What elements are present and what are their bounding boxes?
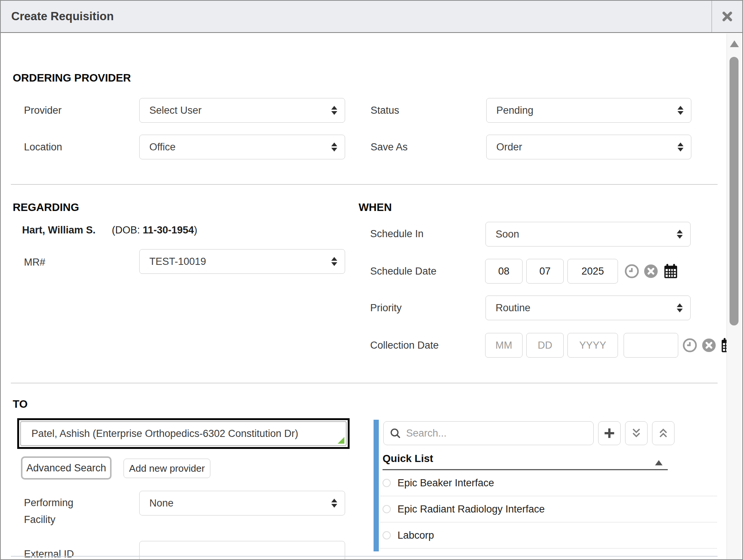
close-icon bbox=[721, 10, 734, 23]
quick-list-heading[interactable]: Quick List bbox=[383, 453, 433, 465]
double-chevron-up-icon bbox=[658, 427, 669, 439]
schedule-date-clear-icon[interactable] bbox=[644, 264, 658, 280]
expand-all-button[interactable] bbox=[625, 421, 648, 445]
schedule-in-select-value: Soon bbox=[496, 229, 519, 240]
create-requisition-dialog: Create Requisition ORDERING PROVIDER Pro… bbox=[0, 0, 743, 560]
to-heading: TO bbox=[13, 398, 28, 410]
priority-select-value: Routine bbox=[496, 302, 530, 314]
priority-select[interactable]: Routine bbox=[485, 296, 691, 320]
dialog-content: ORDERING PROVIDER Provider Select User S… bbox=[1, 34, 728, 560]
collection-year-input[interactable] bbox=[567, 333, 618, 358]
select-spinner-icon bbox=[677, 143, 683, 152]
radio-icon[interactable] bbox=[383, 505, 391, 513]
external-id-label: External ID bbox=[24, 548, 74, 560]
save-as-select[interactable]: Order bbox=[486, 135, 691, 159]
close-button[interactable] bbox=[712, 1, 742, 32]
when-heading: WHEN bbox=[359, 201, 392, 214]
quick-list-item-label: Labcorp bbox=[398, 530, 434, 541]
dob-value: 11-30-1954 bbox=[143, 224, 194, 236]
recipient-search-box bbox=[383, 421, 594, 445]
search-icon bbox=[390, 428, 401, 439]
collapse-all-button[interactable] bbox=[652, 421, 675, 445]
radio-icon[interactable] bbox=[383, 479, 391, 487]
status-select[interactable]: Pending bbox=[486, 98, 691, 123]
advanced-search-button[interactable]: Advanced Search bbox=[21, 456, 112, 480]
dialog-title: Create Requisition bbox=[11, 10, 114, 23]
select-spinner-icon bbox=[677, 230, 683, 239]
performing-facility-select-value: None bbox=[149, 498, 174, 509]
ordering-provider-heading: ORDERING PROVIDER bbox=[13, 72, 131, 84]
collection-date-label: Collection Date bbox=[370, 340, 439, 351]
quick-list-item[interactable]: Labcorp bbox=[380, 523, 717, 549]
collection-time-clock-icon[interactable] bbox=[683, 338, 697, 354]
plus-icon bbox=[603, 427, 616, 440]
select-spinner-icon bbox=[677, 303, 683, 312]
location-label: Location bbox=[24, 141, 62, 153]
quick-list-item-label: Epic Radiant Radiology Interface bbox=[398, 504, 545, 515]
select-spinner-icon bbox=[331, 499, 337, 508]
save-as-label: Save As bbox=[371, 141, 408, 153]
add-recipient-button[interactable] bbox=[598, 421, 621, 445]
quick-list-collapse-icon[interactable] bbox=[655, 460, 663, 465]
select-spinner-icon bbox=[331, 106, 337, 115]
location-select[interactable]: Office bbox=[139, 135, 345, 159]
section-divider bbox=[11, 184, 718, 185]
quick-list-item[interactable]: Epic Radiant Radiology Interface bbox=[380, 496, 717, 523]
recipient-panel-accent-bar bbox=[374, 420, 379, 551]
regarding-heading: REGARDING bbox=[13, 201, 79, 214]
add-new-provider-button[interactable]: Add new provider bbox=[124, 459, 210, 478]
bottom-divider bbox=[11, 556, 718, 557]
schedule-time-clock-icon[interactable] bbox=[625, 264, 639, 280]
dob-suffix: ) bbox=[194, 224, 197, 236]
mr-label: MR# bbox=[24, 257, 45, 268]
mr-select[interactable]: TEST-10019 bbox=[139, 249, 345, 274]
recipient-field[interactable]: Patel, Ashish (Enterprise Orthopedics-63… bbox=[17, 418, 350, 449]
schedule-in-select[interactable]: Soon bbox=[485, 222, 691, 247]
schedule-year-input[interactable] bbox=[567, 259, 618, 284]
collection-day-input[interactable] bbox=[526, 333, 564, 358]
scrollbar-thumb[interactable] bbox=[730, 57, 739, 325]
external-id-input[interactable] bbox=[139, 541, 345, 560]
select-spinner-icon bbox=[677, 106, 683, 115]
provider-select[interactable]: Select User bbox=[139, 98, 345, 123]
status-label: Status bbox=[371, 105, 399, 116]
quick-list-item-label: Epic Beaker Interface bbox=[398, 477, 494, 489]
quick-list: Epic Beaker Interface Epic Radiant Radio… bbox=[380, 470, 717, 549]
priority-label: Priority bbox=[370, 302, 402, 314]
select-spinner-icon bbox=[331, 143, 337, 152]
recipient-search-input[interactable] bbox=[405, 427, 587, 440]
patient-info-line: Hart, William S. (DOB: 11-30-1954) bbox=[22, 224, 197, 236]
recipient-value: Patel, Ashish (Enterprise Orthopedics-63… bbox=[31, 428, 298, 440]
schedule-date-calendar-icon[interactable] bbox=[663, 263, 678, 281]
recipient-field-inner: Patel, Ashish (Enterprise Orthopedics-63… bbox=[20, 421, 347, 446]
schedule-in-label: Schedule In bbox=[370, 228, 424, 240]
status-select-value: Pending bbox=[496, 105, 533, 116]
double-chevron-down-icon bbox=[631, 427, 642, 439]
vertical-scrollbar[interactable] bbox=[727, 34, 742, 559]
collection-time-input[interactable] bbox=[624, 333, 678, 358]
radio-icon[interactable] bbox=[383, 531, 391, 539]
patient-name: Hart, William S. bbox=[22, 224, 95, 236]
provider-select-value: Select User bbox=[149, 105, 202, 116]
provider-label: Provider bbox=[24, 105, 62, 116]
performing-facility-select[interactable]: None bbox=[139, 491, 345, 515]
dialog-titlebar: Create Requisition bbox=[1, 1, 742, 33]
collection-date-clear-icon[interactable] bbox=[702, 338, 716, 354]
mr-select-value: TEST-10019 bbox=[149, 256, 206, 267]
scrollbar-up-arrow-icon[interactable] bbox=[730, 40, 739, 47]
dob-prefix: (DOB: bbox=[112, 224, 143, 236]
select-spinner-icon bbox=[331, 257, 337, 266]
schedule-date-label: Schedule Date bbox=[370, 266, 436, 277]
performing-facility-label: Performing Facility bbox=[24, 495, 88, 528]
collection-month-input[interactable] bbox=[485, 333, 523, 358]
save-as-select-value: Order bbox=[496, 141, 522, 153]
schedule-day-input[interactable] bbox=[526, 259, 564, 284]
location-select-value: Office bbox=[149, 141, 176, 153]
schedule-month-input[interactable] bbox=[485, 259, 523, 284]
quick-list-item[interactable]: Epic Beaker Interface bbox=[380, 470, 717, 496]
resize-handle-icon[interactable] bbox=[338, 437, 344, 444]
section-divider bbox=[11, 383, 718, 383]
